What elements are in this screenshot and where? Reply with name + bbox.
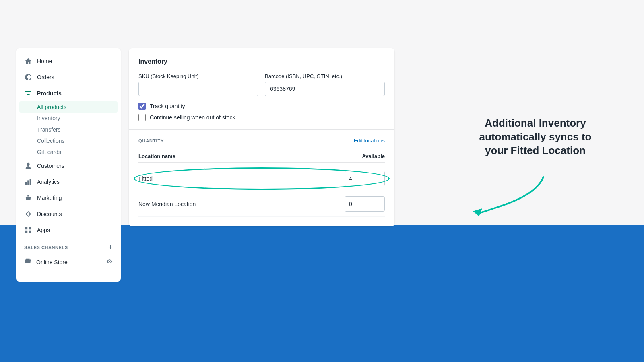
sku-input[interactable] <box>138 82 258 96</box>
sidebar-analytics-label: Analytics <box>37 179 60 185</box>
svg-rect-4 <box>29 227 31 229</box>
sidebar-sub-collections[interactable]: Collections <box>16 135 121 146</box>
collections-label: Collections <box>37 138 64 144</box>
sidebar: Home Orders Products All products Invent… <box>16 48 121 282</box>
online-store-icon <box>24 258 31 266</box>
arrow-container <box>471 173 551 221</box>
quantity-row-fitted: Fitted ▲ ▼ <box>138 166 385 191</box>
svg-rect-1 <box>27 180 29 185</box>
svg-rect-6 <box>29 231 31 233</box>
svg-rect-3 <box>25 227 27 229</box>
quantity-header: QUANTITY Edit locations <box>138 138 385 144</box>
sidebar-sub-transfers[interactable]: Transfers <box>16 124 121 135</box>
customers-icon <box>24 162 32 170</box>
svg-rect-2 <box>30 179 31 185</box>
sidebar-item-orders[interactable]: Orders <box>16 69 121 85</box>
apps-icon <box>24 226 32 234</box>
meridian-quantity-input[interactable] <box>345 197 385 211</box>
quantity-section: QUANTITY Edit locations Location name Av… <box>138 138 385 217</box>
sku-group: SKU (Stock Keeping Unit) <box>138 73 258 96</box>
sidebar-home-label: Home <box>37 58 52 64</box>
sidebar-sub-all-products[interactable]: All products <box>19 101 118 113</box>
meridian-quantity-spinner: ▲ ▼ <box>345 196 385 212</box>
discounts-icon <box>24 210 32 218</box>
barcode-input[interactable] <box>265 82 385 96</box>
section-divider <box>129 129 394 130</box>
sidebar-item-online-store[interactable]: Online Store <box>16 254 121 270</box>
products-icon <box>24 89 32 97</box>
quantity-label: QUANTITY <box>138 138 164 143</box>
sidebar-sub-inventory[interactable]: Inventory <box>16 113 121 124</box>
sales-channels-label: SALES CHANNELS <box>24 245 68 250</box>
add-channel-icon[interactable]: + <box>108 243 113 251</box>
fitted-quantity-input[interactable] <box>345 171 385 186</box>
barcode-label: Barcode (ISBN, UPC, GTIN, etc.) <box>265 73 385 79</box>
fitted-location-name: Fitted <box>138 175 153 182</box>
transfers-label: Transfers <box>37 126 61 133</box>
edit-locations-link[interactable]: Edit locations <box>354 138 385 144</box>
continue-selling-checkbox[interactable] <box>138 114 146 121</box>
location-name-header: Location name <box>138 153 175 159</box>
meridian-location-name: New Meridian Location <box>138 201 196 207</box>
inventory-card: Inventory SKU (Stock Keeping Unit) Barco… <box>129 48 394 226</box>
analytics-icon <box>24 178 32 186</box>
eye-icon[interactable] <box>106 258 113 266</box>
quantity-table-header: Location name Available <box>138 150 385 163</box>
sidebar-item-customers[interactable]: Customers <box>16 158 121 174</box>
fitted-quantity-spinner: ▲ ▼ <box>345 171 385 186</box>
sidebar-discounts-label: Discounts <box>37 211 62 217</box>
all-products-label: All products <box>37 104 66 110</box>
quantity-row-meridian: New Meridian Location ▲ ▼ <box>138 191 385 217</box>
sidebar-item-home[interactable]: Home <box>16 53 121 69</box>
sidebar-item-apps[interactable]: Apps <box>16 222 121 238</box>
sidebar-item-marketing[interactable]: Marketing <box>16 190 121 206</box>
sidebar-products-label: Products <box>37 90 62 97</box>
track-quantity-checkbox[interactable] <box>138 103 146 110</box>
annotation-text: Additional Inventory automatically syncs… <box>467 117 604 157</box>
online-store-label: Online Store <box>36 259 101 265</box>
annotation-area: Additional Inventory automatically syncs… <box>467 117 604 165</box>
sidebar-marketing-label: Marketing <box>37 195 62 201</box>
sidebar-sub-gift-cards[interactable]: Gift cards <box>16 146 121 158</box>
sidebar-item-discounts[interactable]: Discounts <box>16 206 121 222</box>
home-icon <box>24 57 32 65</box>
sku-label: SKU (Stock Keeping Unit) <box>138 73 258 79</box>
available-header: Available <box>362 153 385 159</box>
track-quantity-label: Track quantity <box>150 103 185 109</box>
orders-icon <box>24 73 32 81</box>
inventory-label: Inventory <box>37 115 60 121</box>
sidebar-orders-label: Orders <box>37 74 54 80</box>
sku-barcode-row: SKU (Stock Keeping Unit) Barcode (ISBN, … <box>138 73 385 96</box>
sidebar-item-products[interactable]: Products <box>16 85 121 101</box>
svg-rect-0 <box>25 182 27 185</box>
barcode-group: Barcode (ISBN, UPC, GTIN, etc.) <box>265 73 385 96</box>
continue-selling-row: Continue selling when out of stock <box>138 114 385 121</box>
sales-channels-section: SALES CHANNELS + <box>16 238 121 254</box>
card-title: Inventory <box>138 58 385 65</box>
sidebar-item-analytics[interactable]: Analytics <box>16 174 121 190</box>
annotation-arrow <box>471 173 551 221</box>
continue-selling-label: Continue selling when out of stock <box>150 114 235 121</box>
gift-cards-label: Gift cards <box>37 149 61 155</box>
svg-rect-5 <box>25 231 27 233</box>
sidebar-apps-label: Apps <box>37 227 50 233</box>
marketing-icon <box>24 194 32 202</box>
sidebar-customers-label: Customers <box>37 162 64 169</box>
track-quantity-row: Track quantity <box>138 103 385 110</box>
